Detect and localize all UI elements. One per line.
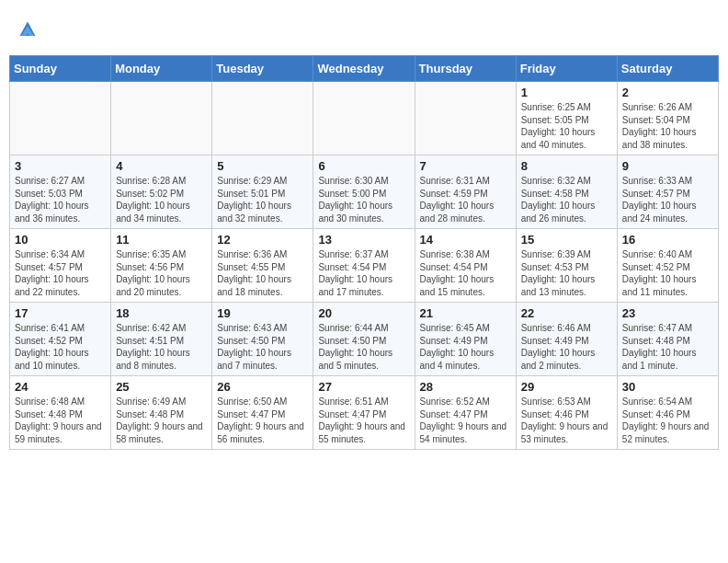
day-info: Sunrise: 6:40 AM Sunset: 4:52 PM Dayligh… (622, 248, 713, 298)
day-info: Sunrise: 6:36 AM Sunset: 4:55 PM Dayligh… (217, 248, 308, 298)
calendar-cell: 27Sunrise: 6:51 AM Sunset: 4:47 PM Dayli… (313, 376, 415, 450)
calendar-week-3: 10Sunrise: 6:34 AM Sunset: 4:57 PM Dayli… (10, 229, 719, 303)
calendar-week-5: 24Sunrise: 6:48 AM Sunset: 4:48 PM Dayli… (10, 376, 719, 450)
day-info: Sunrise: 6:42 AM Sunset: 4:51 PM Dayligh… (116, 322, 207, 372)
logo-icon (15, 17, 40, 42)
day-info: Sunrise: 6:47 AM Sunset: 4:48 PM Dayligh… (622, 322, 713, 372)
weekday-header-sunday: Sunday (10, 56, 111, 82)
logo (13, 17, 40, 42)
calendar-cell: 6Sunrise: 6:30 AM Sunset: 5:00 PM Daylig… (313, 155, 415, 229)
calendar-cell (415, 82, 516, 155)
day-number: 25 (116, 380, 207, 394)
calendar-cell: 10Sunrise: 6:34 AM Sunset: 4:57 PM Dayli… (10, 229, 111, 303)
day-number: 17 (15, 306, 106, 320)
calendar-cell: 15Sunrise: 6:39 AM Sunset: 4:53 PM Dayli… (516, 229, 617, 303)
day-number: 22 (521, 306, 612, 320)
day-number: 19 (217, 306, 308, 320)
day-info: Sunrise: 6:34 AM Sunset: 4:57 PM Dayligh… (15, 248, 106, 298)
weekday-header-saturday: Saturday (617, 56, 718, 82)
day-info: Sunrise: 6:51 AM Sunset: 4:47 PM Dayligh… (318, 396, 409, 445)
day-number: 29 (521, 380, 612, 394)
calendar-cell: 20Sunrise: 6:44 AM Sunset: 4:50 PM Dayli… (313, 303, 415, 376)
day-number: 12 (217, 233, 308, 247)
calendar-cell: 17Sunrise: 6:41 AM Sunset: 4:52 PM Dayli… (10, 303, 111, 376)
day-info: Sunrise: 6:41 AM Sunset: 4:52 PM Dayligh… (15, 322, 106, 372)
calendar-cell: 11Sunrise: 6:35 AM Sunset: 4:56 PM Dayli… (111, 229, 212, 303)
calendar-cell: 13Sunrise: 6:37 AM Sunset: 4:54 PM Dayli… (313, 229, 415, 303)
calendar-week-2: 3Sunrise: 6:27 AM Sunset: 5:03 PM Daylig… (10, 155, 719, 229)
calendar-cell (10, 82, 111, 155)
calendar-cell: 12Sunrise: 6:36 AM Sunset: 4:55 PM Dayli… (212, 229, 313, 303)
calendar-cell: 3Sunrise: 6:27 AM Sunset: 5:03 PM Daylig… (10, 155, 111, 229)
day-info: Sunrise: 6:35 AM Sunset: 4:56 PM Dayligh… (116, 248, 207, 298)
calendar-cell: 25Sunrise: 6:49 AM Sunset: 4:48 PM Dayli… (111, 376, 212, 450)
calendar-cell: 16Sunrise: 6:40 AM Sunset: 4:52 PM Dayli… (617, 229, 718, 303)
calendar-week-4: 17Sunrise: 6:41 AM Sunset: 4:52 PM Dayli… (10, 303, 719, 376)
day-info: Sunrise: 6:26 AM Sunset: 5:04 PM Dayligh… (622, 101, 713, 151)
day-number: 15 (521, 233, 612, 247)
weekday-header-row: SundayMondayTuesdayWednesdayThursdayFrid… (10, 56, 719, 82)
day-info: Sunrise: 6:31 AM Sunset: 4:59 PM Dayligh… (420, 175, 511, 224)
day-number: 10 (15, 233, 106, 247)
day-number: 4 (116, 159, 207, 173)
weekday-header-tuesday: Tuesday (212, 56, 313, 82)
day-info: Sunrise: 6:38 AM Sunset: 4:54 PM Dayligh… (420, 248, 511, 298)
day-number: 13 (318, 233, 409, 247)
day-info: Sunrise: 6:32 AM Sunset: 4:58 PM Dayligh… (521, 175, 612, 224)
day-info: Sunrise: 6:25 AM Sunset: 5:05 PM Dayligh… (521, 101, 612, 151)
day-info: Sunrise: 6:53 AM Sunset: 4:46 PM Dayligh… (521, 396, 612, 445)
day-number: 6 (318, 159, 409, 173)
day-number: 2 (622, 86, 713, 99)
day-info: Sunrise: 6:46 AM Sunset: 4:49 PM Dayligh… (521, 322, 612, 372)
day-number: 8 (521, 159, 612, 173)
weekday-header-monday: Monday (111, 56, 212, 82)
day-info: Sunrise: 6:48 AM Sunset: 4:48 PM Dayligh… (15, 396, 106, 445)
calendar-cell: 9Sunrise: 6:33 AM Sunset: 4:57 PM Daylig… (617, 155, 718, 229)
calendar-cell (212, 82, 313, 155)
weekday-header-thursday: Thursday (415, 56, 516, 82)
day-info: Sunrise: 6:52 AM Sunset: 4:47 PM Dayligh… (420, 396, 511, 445)
calendar-cell: 29Sunrise: 6:53 AM Sunset: 4:46 PM Dayli… (516, 376, 617, 450)
day-number: 9 (622, 159, 713, 173)
calendar-cell: 28Sunrise: 6:52 AM Sunset: 4:47 PM Dayli… (415, 376, 516, 450)
calendar-cell: 30Sunrise: 6:54 AM Sunset: 4:46 PM Dayli… (617, 376, 718, 450)
page-header (9, 9, 719, 50)
calendar-cell: 4Sunrise: 6:28 AM Sunset: 5:02 PM Daylig… (111, 155, 212, 229)
calendar-cell: 5Sunrise: 6:29 AM Sunset: 5:01 PM Daylig… (212, 155, 313, 229)
day-number: 7 (420, 159, 511, 173)
day-info: Sunrise: 6:45 AM Sunset: 4:49 PM Dayligh… (420, 322, 511, 372)
day-info: Sunrise: 6:54 AM Sunset: 4:46 PM Dayligh… (622, 396, 713, 445)
day-info: Sunrise: 6:28 AM Sunset: 5:02 PM Dayligh… (116, 175, 207, 224)
calendar-week-1: 1Sunrise: 6:25 AM Sunset: 5:05 PM Daylig… (10, 82, 719, 155)
day-number: 11 (116, 233, 207, 247)
weekday-header-friday: Friday (516, 56, 617, 82)
calendar-cell: 8Sunrise: 6:32 AM Sunset: 4:58 PM Daylig… (516, 155, 617, 229)
day-number: 5 (217, 159, 308, 173)
day-info: Sunrise: 6:29 AM Sunset: 5:01 PM Dayligh… (217, 175, 308, 224)
calendar-cell (313, 82, 415, 155)
day-number: 1 (521, 86, 612, 99)
day-number: 14 (420, 233, 511, 247)
calendar-cell: 23Sunrise: 6:47 AM Sunset: 4:48 PM Dayli… (617, 303, 718, 376)
day-number: 16 (622, 233, 713, 247)
day-info: Sunrise: 6:43 AM Sunset: 4:50 PM Dayligh… (217, 322, 308, 372)
day-number: 20 (318, 306, 409, 320)
day-info: Sunrise: 6:49 AM Sunset: 4:48 PM Dayligh… (116, 396, 207, 445)
calendar-cell: 21Sunrise: 6:45 AM Sunset: 4:49 PM Dayli… (415, 303, 516, 376)
day-info: Sunrise: 6:39 AM Sunset: 4:53 PM Dayligh… (521, 248, 612, 298)
day-number: 18 (116, 306, 207, 320)
calendar-cell: 14Sunrise: 6:38 AM Sunset: 4:54 PM Dayli… (415, 229, 516, 303)
day-info: Sunrise: 6:30 AM Sunset: 5:00 PM Dayligh… (318, 175, 409, 224)
calendar-cell: 2Sunrise: 6:26 AM Sunset: 5:04 PM Daylig… (617, 82, 718, 155)
day-number: 23 (622, 306, 713, 320)
calendar-cell: 24Sunrise: 6:48 AM Sunset: 4:48 PM Dayli… (10, 376, 111, 450)
calendar-cell: 26Sunrise: 6:50 AM Sunset: 4:47 PM Dayli… (212, 376, 313, 450)
day-number: 24 (15, 380, 106, 394)
day-info: Sunrise: 6:33 AM Sunset: 4:57 PM Dayligh… (622, 175, 713, 224)
calendar-cell (111, 82, 212, 155)
calendar-table: SundayMondayTuesdayWednesdayThursdayFrid… (9, 55, 719, 450)
day-info: Sunrise: 6:50 AM Sunset: 4:47 PM Dayligh… (217, 396, 308, 445)
day-number: 28 (420, 380, 511, 394)
calendar-cell: 18Sunrise: 6:42 AM Sunset: 4:51 PM Dayli… (111, 303, 212, 376)
calendar-cell: 22Sunrise: 6:46 AM Sunset: 4:49 PM Dayli… (516, 303, 617, 376)
